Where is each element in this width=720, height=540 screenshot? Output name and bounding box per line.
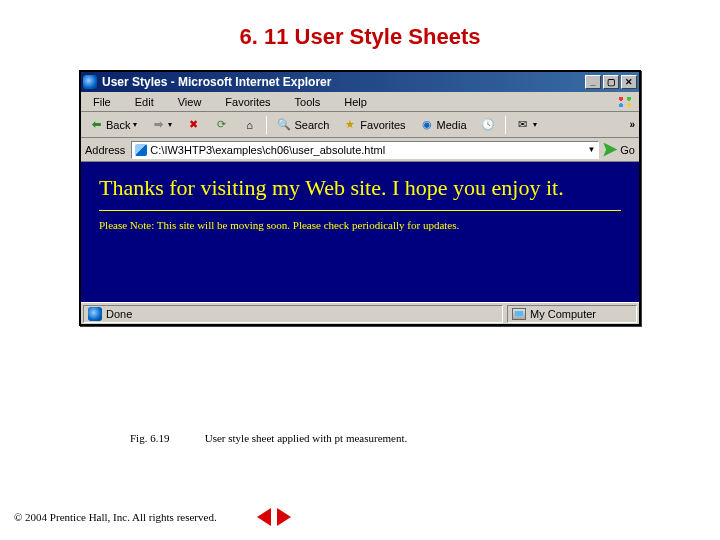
slide-nav [257, 508, 291, 526]
horizontal-rule [99, 210, 621, 211]
media-button[interactable]: ◉ Media [416, 117, 471, 133]
toolbar: ⬅ Back ▾ ➡ ▾ ✖ ⟳ ⌂ 🔍 Search ★ Favorites … [81, 112, 639, 138]
history-button[interactable]: 🕓 [477, 117, 499, 133]
go-button[interactable]: Go [603, 143, 635, 157]
toolbar-overflow[interactable]: » [629, 119, 635, 130]
media-label: Media [437, 119, 467, 131]
chevron-down-icon: ▾ [168, 120, 172, 129]
back-button[interactable]: ⬅ Back ▾ [85, 117, 141, 133]
slide-footer: © 2004 Prentice Hall, Inc. All rights re… [14, 508, 291, 526]
back-arrow-icon: ⬅ [89, 118, 103, 132]
address-value: C:\IW3HTP3\examples\ch06\user_absolute.h… [150, 144, 584, 156]
address-label: Address [85, 144, 127, 156]
page-heading: Thanks for visiting my Web site. I hope … [99, 174, 621, 202]
figure-caption: Fig. 6.19 User style sheet applied with … [130, 432, 407, 444]
address-bar: Address C:\IW3HTP3\examples\ch06\user_ab… [81, 138, 639, 162]
window-title: User Styles - Microsoft Internet Explore… [102, 75, 331, 89]
figure-text: User style sheet applied with pt measure… [205, 432, 408, 444]
search-label: Search [294, 119, 329, 131]
media-icon: ◉ [420, 118, 434, 132]
favorites-button[interactable]: ★ Favorites [339, 117, 409, 133]
star-icon: ★ [343, 118, 357, 132]
minimize-button[interactable]: _ [585, 75, 601, 89]
menu-help[interactable]: Help [332, 94, 379, 110]
search-button[interactable]: 🔍 Search [273, 117, 333, 133]
stop-icon: ✖ [186, 118, 200, 132]
copyright-text: © 2004 Prentice Hall, Inc. All rights re… [14, 511, 217, 523]
menu-edit[interactable]: Edit [123, 94, 166, 110]
title-bar: User Styles - Microsoft Internet Explore… [81, 72, 639, 92]
mail-button[interactable]: ✉▾ [512, 117, 541, 133]
figure-number: Fig. 6.19 [130, 432, 202, 444]
address-input[interactable]: C:\IW3HTP3\examples\ch06\user_absolute.h… [131, 141, 599, 159]
chevron-down-icon: ▾ [133, 120, 137, 129]
status-right: My Computer [507, 305, 637, 323]
separator [266, 116, 267, 134]
search-icon: 🔍 [277, 118, 291, 132]
home-icon: ⌂ [242, 118, 256, 132]
separator [505, 116, 506, 134]
slide-title: 6. 11 User Style Sheets [0, 0, 720, 70]
menu-view[interactable]: View [166, 94, 214, 110]
home-button[interactable]: ⌂ [238, 117, 260, 133]
status-bar: Done My Computer [81, 302, 639, 324]
prev-slide-button[interactable] [257, 508, 271, 526]
stop-button[interactable]: ✖ [182, 117, 204, 133]
browser-window: User Styles - Microsoft Internet Explore… [79, 70, 641, 326]
status-text: Done [106, 308, 132, 320]
menu-tools[interactable]: Tools [283, 94, 333, 110]
page-viewport: Thanks for visiting my Web site. I hope … [81, 162, 639, 302]
favorites-label: Favorites [360, 119, 405, 131]
refresh-icon: ⟳ [214, 118, 228, 132]
maximize-button[interactable]: ▢ [603, 75, 619, 89]
forward-button[interactable]: ➡ ▾ [147, 117, 176, 133]
mail-icon: ✉ [516, 118, 530, 132]
page-note: Please Note: This site will be moving so… [99, 219, 621, 231]
go-label: Go [620, 144, 635, 156]
refresh-button[interactable]: ⟳ [210, 117, 232, 133]
history-icon: 🕓 [481, 118, 495, 132]
page-icon [135, 144, 147, 156]
zone-text: My Computer [530, 308, 596, 320]
back-label: Back [106, 119, 130, 131]
go-arrow-icon [603, 143, 617, 157]
next-slide-button[interactable] [277, 508, 291, 526]
menu-bar: File Edit View Favorites Tools Help [81, 92, 639, 112]
close-button[interactable]: ✕ [621, 75, 637, 89]
forward-arrow-icon: ➡ [151, 118, 165, 132]
dropdown-icon[interactable]: ▼ [587, 145, 595, 154]
computer-icon [512, 308, 526, 320]
ie-icon [83, 75, 97, 89]
ie-icon [88, 307, 102, 321]
status-left: Done [83, 305, 503, 323]
windows-flag-icon [615, 94, 635, 110]
menu-favorites[interactable]: Favorites [213, 94, 282, 110]
menu-file[interactable]: File [81, 94, 123, 110]
